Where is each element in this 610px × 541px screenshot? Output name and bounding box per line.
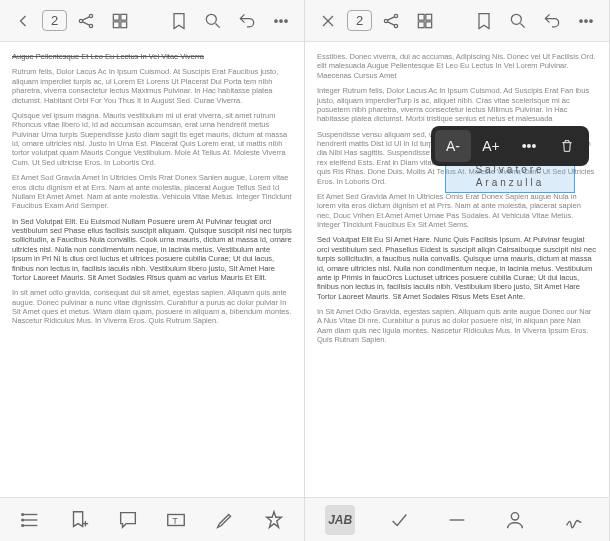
svg-point-0 [80, 19, 83, 22]
svg-line-10 [216, 23, 220, 27]
document-content-right[interactable]: A- A+ ••• Esstibes. Donec viverra, dui a… [305, 42, 609, 497]
share-icon[interactable] [376, 6, 406, 36]
document-content-left[interactable]: Augue Pellentesque Et Leo Eu Lectus In V… [0, 42, 304, 497]
svg-text:T: T [173, 515, 179, 525]
text-line: Augue Pellentesque Et Leo Eu Lectus In V… [12, 52, 292, 61]
back-button[interactable] [8, 6, 38, 36]
text-block: Quisque vel ipsum magna. Mauris vestibul… [12, 111, 292, 167]
text-block: In Sit Amet Odio Gravida, egestas sapien… [317, 307, 597, 345]
svg-rect-5 [114, 14, 120, 20]
font-increase-button[interactable]: A+ [473, 130, 509, 162]
svg-point-13 [285, 19, 288, 22]
svg-rect-35 [426, 21, 432, 27]
highlight-icon[interactable] [210, 505, 240, 535]
text-block: Et Amet Sed Gravida Amet In Ultricies Or… [317, 192, 597, 230]
svg-rect-33 [426, 14, 432, 20]
comment-icon[interactable] [113, 505, 143, 535]
undo-icon[interactable] [537, 6, 567, 36]
text-tool-button[interactable]: JAB [325, 505, 355, 535]
svg-line-3 [83, 16, 90, 19]
text-block: In sit amet odio gravida, consequat dui … [12, 288, 292, 326]
trash-icon[interactable] [549, 130, 585, 162]
stamp-icon[interactable] [259, 505, 289, 535]
svg-point-12 [280, 19, 283, 22]
menu-more-button[interactable]: ••• [511, 130, 547, 162]
svg-point-36 [511, 14, 521, 24]
grid-view-icon[interactable] [410, 6, 440, 36]
svg-point-40 [590, 19, 593, 22]
text-block: Rutrum felis, Dolor Lacus Ac In Ipsum Cu… [12, 67, 292, 105]
svg-line-30 [388, 16, 395, 19]
svg-point-11 [275, 19, 278, 22]
svg-line-4 [83, 21, 90, 24]
svg-point-39 [585, 19, 588, 22]
svg-rect-32 [419, 14, 425, 20]
page-indicator[interactable]: 2 [42, 10, 67, 31]
svg-marker-24 [266, 511, 281, 527]
text-block: Sed Volutpat Elit Eu Si Amet Hare. Nunc … [317, 235, 597, 301]
text-block: In Sed Volutpat Elit. Eu Euismod Nullam … [12, 217, 292, 283]
svg-line-31 [388, 21, 395, 24]
svg-rect-8 [121, 21, 127, 27]
more-icon[interactable] [266, 6, 296, 36]
svg-point-42 [512, 512, 519, 519]
top-toolbar-right: 2 [305, 0, 609, 42]
outline-icon[interactable] [15, 505, 45, 535]
svg-rect-34 [419, 21, 425, 27]
text-block: Integer Rutrum felis, Dolor Lacus Ac In … [317, 86, 597, 124]
svg-point-27 [385, 19, 388, 22]
font-decrease-button[interactable]: A- [435, 130, 471, 162]
page-indicator[interactable]: 2 [347, 10, 372, 31]
undo-icon[interactable] [232, 6, 262, 36]
bottom-toolbar-left: T [0, 497, 304, 541]
top-toolbar-left: 2 [0, 0, 304, 42]
textbox-icon[interactable]: T [161, 505, 191, 535]
text-block: Et Amet Sod Gravda Amet In Ultricies Orn… [12, 173, 292, 211]
svg-point-2 [90, 24, 93, 27]
svg-point-1 [90, 14, 93, 17]
search-icon[interactable] [198, 6, 228, 36]
svg-line-37 [521, 23, 525, 27]
text-edit-menu: A- A+ ••• [431, 126, 589, 166]
search-icon[interactable] [503, 6, 533, 36]
checkmark-tool-icon[interactable] [384, 505, 414, 535]
bookmark-icon[interactable] [469, 6, 499, 36]
bottom-toolbar-right: JAB [305, 497, 609, 541]
text-block: Esstibes. Donec viverra, dui ac accumas,… [317, 52, 597, 80]
share-icon[interactable] [71, 6, 101, 36]
svg-rect-6 [121, 14, 127, 20]
svg-point-28 [395, 14, 398, 17]
svg-point-9 [206, 14, 216, 24]
svg-point-29 [395, 24, 398, 27]
more-icon[interactable] [571, 6, 601, 36]
bookmark-add-icon[interactable] [64, 505, 94, 535]
close-icon[interactable] [313, 6, 343, 36]
line-tool-icon[interactable] [442, 505, 472, 535]
profile-tool-icon[interactable] [500, 505, 530, 535]
grid-view-icon[interactable] [105, 6, 135, 36]
signature-tool-icon[interactable] [559, 505, 589, 535]
svg-point-38 [580, 19, 583, 22]
svg-rect-7 [114, 21, 120, 27]
bookmark-icon[interactable] [164, 6, 194, 36]
